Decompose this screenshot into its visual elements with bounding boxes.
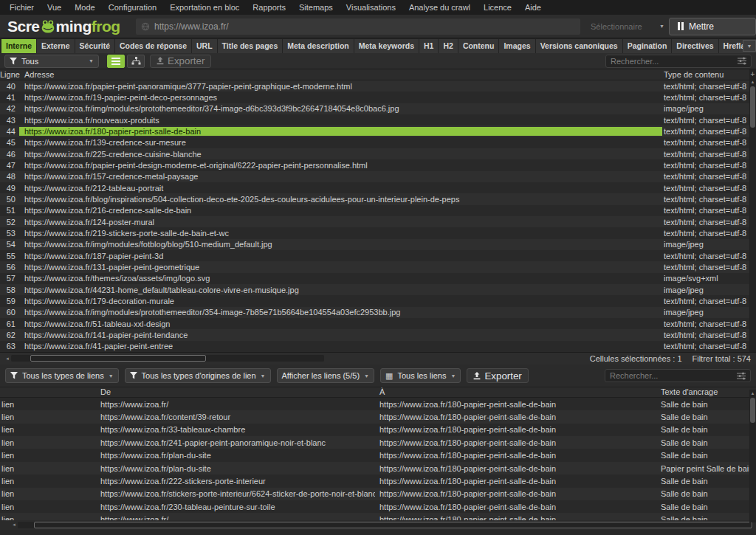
export-button[interactable]: Exporter: [150, 55, 211, 68]
inlinks-filter-dropdown[interactable]: ▦ Afficher les liens (5/5) ▼: [277, 368, 375, 383]
inlink-to-url[interactable]: https://www.izoa.fr/180-papier-peint-sal…: [375, 413, 659, 421]
row-address[interactable]: https://www.izoa.fr/157-credence-metal-p…: [19, 172, 662, 181]
inlink-from-url[interactable]: https://www.izoa.fr/plan-du-site: [96, 451, 375, 460]
inlink-to-url[interactable]: https://www.izoa.fr/180-papier-peint-sal…: [375, 503, 659, 511]
scrollbar-thumb[interactable]: [34, 522, 752, 528]
table-row[interactable]: 45 https://www.izoa.fr/139-credence-sur-…: [0, 137, 756, 148]
inlink-row[interactable]: lien https://www.izoa.fr/241-papier-pein…: [0, 436, 756, 449]
row-address[interactable]: https://www.izoa.fr/blog/inspirations/50…: [19, 195, 662, 204]
row-address[interactable]: https://www.izoa.fr/19-papier-peint-deco…: [19, 93, 662, 102]
row-address[interactable]: https://www.izoa.fr/papier-peint-panoram…: [19, 82, 662, 91]
list-view-button[interactable]: [107, 55, 125, 68]
inlink-from-url[interactable]: https://www.izoa.fr/: [96, 515, 375, 520]
tab[interactable]: Meta keywords: [354, 39, 419, 53]
row-address[interactable]: https://www.izoa.fr/44231-home_default/t…: [19, 286, 662, 294]
table-row[interactable]: 47 https://www.izoa.fr/papier-peint-desi…: [0, 159, 756, 170]
inlink-from-url[interactable]: https://www.izoa.fr/: [96, 400, 375, 409]
column-header-line[interactable]: Ligne: [0, 70, 19, 79]
scrollbar-thumb[interactable]: [750, 86, 755, 128]
menu-item[interactable]: Aide: [518, 0, 548, 15]
url-bar[interactable]: [136, 18, 580, 35]
tab[interactable]: H2: [439, 39, 457, 53]
inlink-row[interactable]: lien https://www.izoa.fr/stickers-porte-…: [0, 488, 756, 500]
search-box[interactable]: [605, 55, 752, 68]
table-row[interactable]: 43 https://www.izoa.fr/nouveaux-produits…: [0, 114, 756, 125]
inlink-to-url[interactable]: https://www.izoa.fr/180-papier-peint-sal…: [375, 464, 659, 473]
inlink-to-url[interactable]: https://www.izoa.fr/180-papier-peint-sal…: [375, 477, 659, 486]
table-row[interactable]: 57 https://www.izoa.fr/themes/izoa/asset…: [0, 273, 756, 284]
inlink-row[interactable]: lien https://www.izoa.fr/content/39-reto…: [0, 410, 756, 423]
row-address[interactable]: https://www.izoa.fr/141-papier-peint-ten…: [19, 331, 662, 339]
scroll-left-icon[interactable]: ◄: [5, 356, 10, 361]
row-address[interactable]: https://www.izoa.fr/papier-peint-design-…: [19, 161, 662, 170]
scrollbar-thumb[interactable]: [750, 398, 755, 423]
sliders-icon[interactable]: [737, 372, 746, 380]
table-row[interactable]: 58 https://www.izoa.fr/44231-home_defaul…: [0, 284, 756, 295]
internal-table-vertical-scrollbar[interactable]: + ▲: [749, 69, 756, 352]
tab[interactable]: URL: [192, 39, 217, 53]
table-row[interactable]: 53 https://www.izoa.fr/219-stickers-port…: [0, 227, 756, 238]
tab[interactable]: Externe: [37, 39, 75, 53]
inlink-to-url[interactable]: https://www.izoa.fr/180-papier-peint-sal…: [375, 489, 659, 498]
table-row[interactable]: 55 https://www.izoa.fr/187-papier-peint-…: [0, 250, 756, 261]
inlink-row[interactable]: lien https://www.izoa.fr/ https://www.iz…: [0, 513, 756, 520]
table-row[interactable]: 41 https://www.izoa.fr/19-papier-peint-d…: [0, 92, 756, 103]
row-address[interactable]: https://www.izoa.fr/187-papier-peint-3d: [19, 252, 662, 260]
table-row[interactable]: 56 https://www.izoa.fr/131-papier-peint-…: [0, 261, 756, 272]
table-row[interactable]: 51 https://www.izoa.fr/216-credence-sall…: [0, 205, 756, 216]
table-row[interactable]: 50 https://www.izoa.fr/blog/inspirations…: [0, 193, 756, 204]
table-row[interactable]: 49 https://www.izoa.fr/212-tableau-portr…: [0, 182, 756, 193]
table-row[interactable]: 46 https://www.izoa.fr/225-credence-cuis…: [0, 148, 756, 159]
table-row[interactable]: 62 https://www.izoa.fr/141-papier-peint-…: [0, 329, 756, 340]
search-input[interactable]: [611, 57, 734, 66]
inlinks-filter-dropdown[interactable]: ▦ Tous les types d'origines de lien ▼: [125, 368, 271, 383]
inlinks-horizontal-scrollbar[interactable]: ◄: [0, 520, 756, 530]
inlink-row[interactable]: lien https://www.izoa.fr/ https://www.iz…: [0, 398, 756, 410]
column-header-anchor-text[interactable]: Texte d'ancrage: [659, 387, 749, 396]
inlinks-filter-dropdown[interactable]: ▦ Tous les types de liens ▼: [5, 368, 119, 383]
tab-overflow-button[interactable]: ▼: [743, 40, 756, 52]
sliders-icon[interactable]: [738, 57, 746, 65]
url-input[interactable]: [154, 21, 575, 32]
inlink-from-url[interactable]: https://www.izoa.fr/plan-du-site: [96, 464, 375, 473]
row-address[interactable]: https://www.izoa.fr/216-credence-salle-d…: [19, 206, 662, 215]
table-row[interactable]: 63 https://www.izoa.fr/41-papier-peint-e…: [0, 341, 756, 352]
row-address[interactable]: https://www.izoa.fr/41-papier-peint-entr…: [19, 342, 662, 351]
tree-view-button[interactable]: [127, 55, 145, 68]
scroll-up-icon[interactable]: ▲: [751, 391, 755, 397]
filter-dropdown[interactable]: Tous ▼: [4, 55, 99, 68]
inlinks-search-box[interactable]: [605, 369, 751, 382]
menu-item[interactable]: Exportation en bloc: [163, 0, 246, 15]
tab[interactable]: Sécurité: [75, 39, 114, 53]
tab[interactable]: Meta description: [283, 39, 353, 53]
inlink-to-url[interactable]: https://www.izoa.fr/180-papier-peint-sal…: [375, 425, 659, 434]
inlink-row[interactable]: lien https://www.izoa.fr/33-tableaux-cha…: [0, 424, 756, 436]
row-address[interactable]: https://www.izoa.fr/img/modules/fotblog/…: [19, 240, 662, 249]
menu-item[interactable]: Mode: [68, 0, 102, 15]
table-row[interactable]: 40 https://www.izoa.fr/papier-peint-pano…: [0, 80, 756, 92]
scroll-up-icon[interactable]: ▲: [751, 80, 755, 86]
tab[interactable]: Pagination: [623, 39, 672, 53]
table-row[interactable]: 48 https://www.izoa.fr/157-credence-meta…: [0, 171, 756, 182]
crawl-mode-dropdown[interactable]: Sélectionnaire ▼: [586, 18, 669, 35]
row-address[interactable]: https://www.izoa.fr/131-papier-peint-geo…: [19, 263, 662, 272]
internal-table-horizontal-scrollbar[interactable]: ◄: [5, 355, 324, 362]
inlink-from-url[interactable]: https://www.izoa.fr/230-tableau-peinture…: [96, 503, 375, 511]
column-header-from[interactable]: De: [96, 387, 375, 396]
table-row[interactable]: 60 https://www.izoa.fr/img/modules/proto…: [0, 307, 756, 318]
table-row[interactable]: 44 https://www.izoa.fr/180-papier-peint-…: [0, 125, 756, 137]
inlink-from-url[interactable]: https://www.izoa.fr/stickers-porte-inter…: [96, 489, 375, 498]
tab[interactable]: Title des pages: [218, 39, 283, 53]
menu-item[interactable]: Analyse du crawl: [402, 0, 477, 15]
row-address[interactable]: https://www.izoa.fr/51-tableau-xxl-desig…: [19, 320, 662, 328]
tab[interactable]: Versions canoniques: [536, 39, 622, 53]
inlink-from-url[interactable]: https://www.izoa.fr/241-papier-peint-pan…: [96, 438, 375, 447]
row-address[interactable]: https://www.izoa.fr/180-papier-peint-sal…: [19, 127, 662, 136]
menu-item[interactable]: Vue: [41, 0, 68, 15]
table-row[interactable]: 54 https://www.izoa.fr/img/modules/fotbl…: [0, 239, 756, 250]
inlink-row[interactable]: lien https://www.izoa.fr/230-tableau-pei…: [0, 500, 756, 513]
menu-item[interactable]: Configuration: [102, 0, 163, 15]
inlinks-search-input[interactable]: [610, 371, 733, 380]
inlink-to-url[interactable]: https://www.izoa.fr/180-papier-peint-sal…: [375, 451, 659, 460]
column-header-to[interactable]: À: [375, 387, 659, 396]
